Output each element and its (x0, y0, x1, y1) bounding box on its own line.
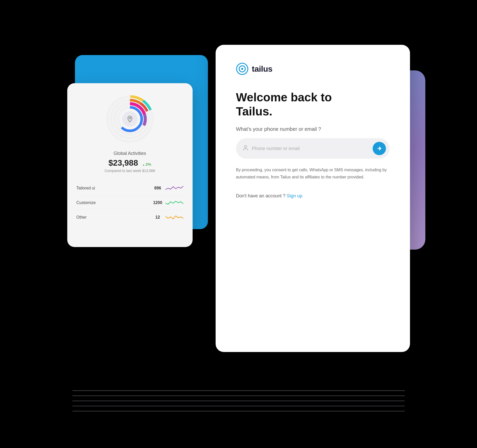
logo-text: tailus (252, 64, 273, 74)
svg-point-13 (241, 68, 243, 70)
stats-item-tailored: Tailored ui 896 (76, 181, 183, 196)
svg-point-14 (244, 146, 247, 148)
card-subtitle: Compared to last week $13,988 (76, 169, 183, 173)
stats-label: Customize (76, 200, 150, 205)
signup-row: Don't have an account ? Sign up (236, 193, 390, 199)
stats-value: 1200 (150, 200, 165, 205)
question-text: What's your phone number or email ? (236, 126, 390, 132)
sparkline-tailored (165, 185, 183, 192)
submit-button[interactable] (373, 142, 386, 155)
signup-link[interactable]: Sign up (287, 193, 302, 198)
donut-center (122, 111, 138, 127)
sparkline-other (165, 214, 183, 221)
stats-value: 12 (150, 215, 165, 220)
card-amount: $23,988 2% (76, 158, 183, 168)
stats-list: Tailored ui 896 Customize 1200 Other 12 (76, 181, 183, 225)
phone-email-input[interactable] (252, 146, 370, 151)
dashboard-card: Global Activities $23,988 2% Compared to… (67, 83, 193, 247)
stats-item-other: Other 12 (76, 210, 183, 225)
stats-label: Other (76, 215, 150, 220)
donut-chart (104, 93, 156, 145)
signup-prompt: Don't have an account ? (236, 193, 286, 198)
stats-value: 896 (150, 186, 165, 190)
welcome-heading: Welcome back toTailus. (236, 90, 390, 119)
stats-item-customize: Customize 1200 (76, 196, 183, 210)
logo-area: tailus (236, 63, 390, 75)
chart-area (76, 93, 183, 145)
growth-badge: 2% (142, 162, 151, 166)
person-icon (242, 145, 249, 152)
decorative-lines (72, 390, 405, 421)
consent-text: By proceeding, you consent to get calls,… (236, 166, 390, 180)
tailus-logo-icon (236, 63, 248, 75)
card-title: Global Activities (76, 151, 183, 156)
amount-value: $23,988 (108, 158, 138, 167)
phone-email-input-container[interactable] (236, 138, 390, 159)
sparkline-customize (165, 199, 183, 206)
login-card: tailus Welcome back toTailus. What's you… (216, 45, 410, 352)
stats-label: Tailored ui (76, 186, 150, 190)
